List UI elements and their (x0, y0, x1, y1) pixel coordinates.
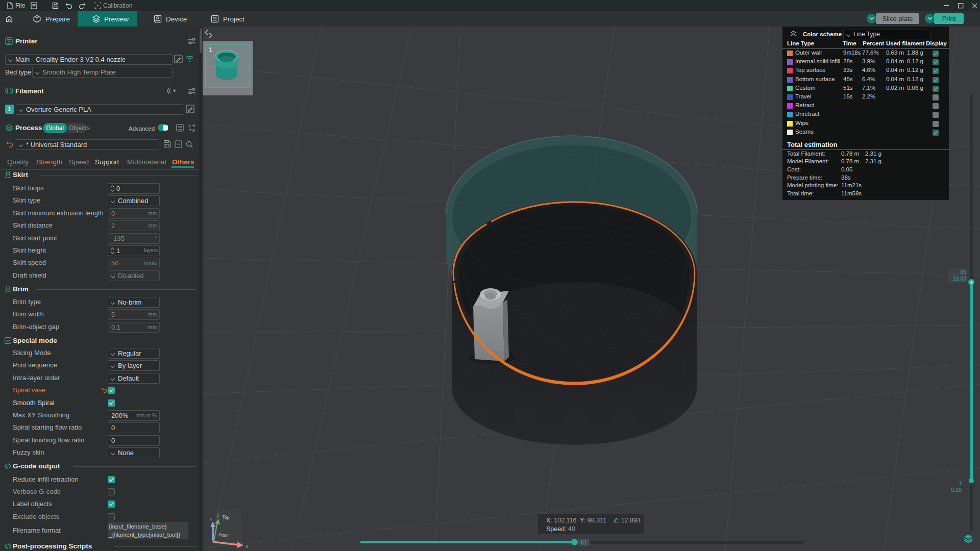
svg-text:B: B (192, 129, 195, 132)
svg-text:Top: Top (222, 514, 230, 520)
svg-text:Front: Front (218, 532, 229, 538)
svg-text:z: z (210, 516, 212, 521)
svg-text:1: 1 (209, 46, 212, 54)
svg-text:A: A (188, 124, 191, 128)
svg-text:y: y (217, 513, 219, 518)
svg-text:x: x (246, 543, 248, 549)
